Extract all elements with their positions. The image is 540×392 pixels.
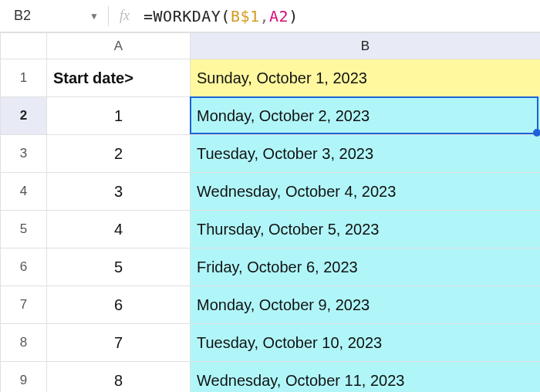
row-header[interactable]: 6 (1, 248, 47, 286)
formula-input[interactable]: =WORKDAY(B$1,A2) (143, 7, 299, 25)
column-header-B[interactable]: B (191, 33, 541, 59)
row-header[interactable]: 8 (1, 324, 47, 362)
row-header[interactable]: 1 (1, 59, 47, 97)
cell-reference: B2 (14, 8, 31, 24)
formula-arg1: B$1 (231, 7, 260, 25)
formula-bar: B2 ▼ fx =WORKDAY(B$1,A2) (0, 0, 540, 32)
cell-B5[interactable]: Thursday, October 5, 2023 (191, 211, 541, 248)
formula-arg2: A2 (269, 7, 289, 25)
name-box-dropdown-icon[interactable]: ▼ (89, 11, 99, 22)
table-row: 32Tuesday, October 3, 2023 (1, 135, 541, 173)
table-row: 1Start date>Sunday, October 1, 2023 (1, 59, 541, 97)
cell-B6[interactable]: Friday, October 6, 2023 (191, 248, 541, 286)
cell-A8[interactable]: 7 (47, 324, 191, 362)
cell-A9[interactable]: 8 (47, 362, 191, 393)
paren-close: ) (289, 7, 299, 25)
cell-A4[interactable]: 3 (47, 173, 191, 211)
select-all-corner[interactable] (1, 33, 47, 59)
table-row: 54Thursday, October 5, 2023 (1, 211, 541, 248)
table-row: 65Friday, October 6, 2023 (1, 248, 541, 286)
table-row: 98Wednesday, October 11, 2023 (1, 362, 541, 393)
row-header[interactable]: 4 (1, 173, 47, 211)
paren-open: ( (221, 7, 231, 25)
row-header[interactable]: 5 (1, 211, 47, 248)
cell-A2[interactable]: 1 (47, 97, 191, 135)
column-header-A[interactable]: A (47, 33, 191, 59)
row-header[interactable]: 9 (1, 362, 47, 393)
cell-B9[interactable]: Wednesday, October 11, 2023 (191, 362, 541, 393)
table-row: 87Tuesday, October 10, 2023 (1, 324, 541, 362)
spreadsheet-grid: A B 1Start date>Sunday, October 1, 20232… (0, 32, 540, 392)
row-header[interactable]: 7 (1, 286, 47, 324)
cell-A1[interactable]: Start date> (47, 59, 191, 97)
cell-A6[interactable]: 5 (47, 248, 191, 286)
cell-B8[interactable]: Tuesday, October 10, 2023 (191, 324, 541, 362)
fx-icon[interactable]: fx (120, 8, 130, 24)
divider (108, 6, 109, 26)
formula-prefix: = (143, 7, 154, 25)
row-header[interactable]: 3 (1, 135, 47, 173)
row-header[interactable]: 2 (1, 97, 47, 135)
table-row: 21Monday, October 2, 2023 (1, 97, 541, 135)
cell-B4[interactable]: Wednesday, October 4, 2023 (191, 173, 541, 211)
cell-A5[interactable]: 4 (47, 211, 191, 248)
name-box[interactable]: B2 ▼ (8, 8, 108, 24)
formula-fn: WORKDAY (154, 7, 221, 25)
table-row: 76Monday, October 9, 2023 (1, 286, 541, 324)
cell-B2[interactable]: Monday, October 2, 2023 (191, 97, 541, 135)
cell-B7[interactable]: Monday, October 9, 2023 (191, 286, 541, 324)
cell-A3[interactable]: 2 (47, 135, 191, 173)
cell-B1[interactable]: Sunday, October 1, 2023 (191, 59, 541, 97)
formula-comma: , (260, 7, 270, 25)
cell-A7[interactable]: 6 (47, 286, 191, 324)
column-header-row: A B (1, 33, 541, 59)
cell-B3[interactable]: Tuesday, October 3, 2023 (191, 135, 541, 173)
grid-table: A B 1Start date>Sunday, October 1, 20232… (0, 32, 540, 392)
table-row: 43Wednesday, October 4, 2023 (1, 173, 541, 211)
